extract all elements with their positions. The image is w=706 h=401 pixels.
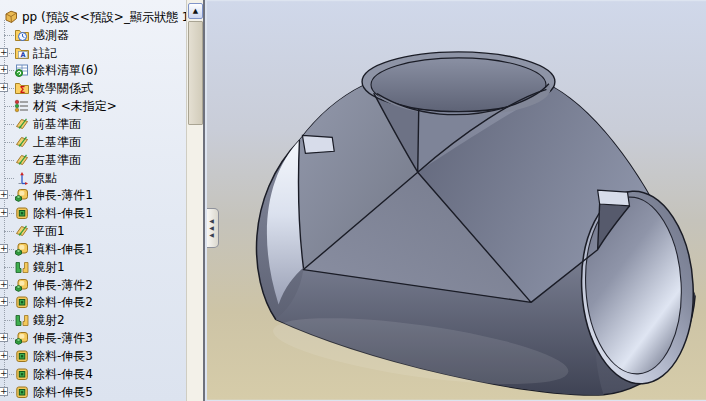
equations-icon: Σ — [14, 80, 30, 96]
tree-item-label: 除料-伸長5 — [30, 385, 93, 399]
tree-item-8[interactable]: 右基準面 — [2, 151, 183, 169]
expand-toggle[interactable]: + — [0, 65, 8, 74]
expand-toggle[interactable]: + — [0, 208, 8, 217]
tree-connector-stub — [4, 178, 14, 179]
expand-toggle[interactable]: + — [0, 48, 8, 57]
cut-extrude-icon — [14, 366, 30, 382]
expand-toggle[interactable]: + — [0, 280, 8, 289]
tree-item-label: 除料-伸長3 — [30, 349, 93, 363]
expand-toggle[interactable]: + — [0, 244, 8, 253]
scroll-thumb[interactable] — [188, 21, 203, 125]
extrude-thin-icon — [14, 187, 30, 203]
expand-toggle[interactable]: + — [0, 83, 8, 92]
cut-extrude-icon — [14, 205, 30, 221]
annotations-icon: A — [14, 45, 30, 61]
expand-toggle[interactable]: + — [0, 190, 8, 199]
tree-item-label: 除料-伸長4 — [30, 367, 93, 381]
tree-item-label: pp (預設<<預設>_顯示狀態 1>) — [19, 10, 204, 24]
material-icon — [14, 98, 30, 114]
tree-item-label: 註記 — [30, 46, 57, 60]
tree-item-13[interactable]: +填料-伸長1 — [2, 240, 183, 258]
tree-connector-stub — [4, 124, 14, 125]
tree-item-10[interactable]: +伸長-薄件1 — [2, 186, 183, 204]
mirror-icon — [14, 312, 30, 328]
plane-icon — [14, 134, 30, 150]
tree-item-9[interactable]: 原點 — [2, 169, 183, 187]
tree-item-3[interactable]: +除料清單(6) — [2, 62, 183, 80]
tree-item-7[interactable]: 上基準面 — [2, 133, 183, 151]
expand-toggle[interactable]: + — [0, 369, 8, 378]
panel-collapse-splitter[interactable]: ◀ ◀ ◀ — [207, 208, 219, 248]
tree-connector-stub — [4, 267, 14, 268]
tree-item-label: 材質 <未指定> — [30, 99, 117, 113]
plane-icon — [14, 116, 30, 132]
plane-icon — [14, 152, 30, 168]
tee-pipe-3d-model[interactable] — [207, 0, 706, 401]
tree-item-label: 伸長-薄件1 — [30, 188, 93, 202]
scroll-up-arrow-icon: ▲ — [193, 7, 198, 15]
tree-item-label: 填料-伸長1 — [30, 242, 93, 256]
tree-connector-stub — [4, 106, 14, 107]
tree-connector-stub — [4, 35, 14, 36]
tree-item-12[interactable]: 平面1 — [2, 222, 183, 240]
mirror-icon — [14, 259, 30, 275]
feature-manager-panel: pp (預設<<預設>_顯示狀態 1>)感測器+A註記+除料清單(6)+Σ數學關… — [0, 0, 205, 401]
tree-scrollbar[interactable]: ▲ — [186, 0, 203, 401]
tree-item-label: 感測器 — [30, 28, 69, 42]
tree-item-label: 鏡射2 — [30, 313, 65, 327]
tree-item-label: 鏡射1 — [30, 260, 65, 274]
sensors-icon — [14, 27, 30, 43]
tree-item-18[interactable]: +伸長-薄件3 — [2, 329, 183, 347]
extrude-thin-icon — [14, 277, 30, 293]
expand-toggle[interactable]: + — [0, 351, 8, 360]
tree-item-1[interactable]: 感測器 — [2, 26, 183, 44]
tree-item-4[interactable]: +Σ數學關係式 — [2, 79, 183, 97]
expand-toggle[interactable]: + — [0, 297, 8, 306]
tree-item-6[interactable]: 前基準面 — [2, 115, 183, 133]
tree-item-21[interactable]: +除料-伸長5 — [2, 383, 183, 401]
cut-extrude-icon — [14, 348, 30, 364]
tree-connector-stub — [4, 142, 14, 143]
part-icon — [3, 9, 19, 25]
tree-item-label: 右基準面 — [30, 153, 81, 167]
boss-extrude-icon — [14, 241, 30, 257]
tree-item-17[interactable]: 鏡射2 — [2, 311, 183, 329]
cut-extrude-icon — [14, 294, 30, 310]
tree-item-label: 伸長-薄件3 — [30, 331, 93, 345]
tree-item-label: 原點 — [30, 171, 57, 185]
tree-item-15[interactable]: +伸長-薄件2 — [2, 276, 183, 294]
tree-item-label: 上基準面 — [30, 135, 81, 149]
tree-item-16[interactable]: +除料-伸長2 — [2, 294, 183, 312]
tree-item-0[interactable]: pp (預設<<預設>_顯示狀態 1>) — [2, 8, 183, 26]
svg-text:Σ: Σ — [20, 86, 25, 95]
expand-toggle[interactable]: + — [0, 333, 8, 342]
tree-item-2[interactable]: +A註記 — [2, 44, 183, 62]
tree-item-label: 數學關係式 — [30, 81, 93, 95]
collapse-arrow-icon: ◀ — [209, 232, 214, 238]
tree-item-label: 前基準面 — [30, 117, 81, 131]
tree-item-19[interactable]: +除料-伸長3 — [2, 347, 183, 365]
feature-tree: pp (預設<<預設>_顯示狀態 1>)感測器+A註記+除料清單(6)+Σ數學關… — [2, 8, 183, 401]
svg-text:A: A — [20, 51, 25, 59]
tree-connector-stub — [4, 320, 14, 321]
plane-icon — [14, 223, 30, 239]
cut-list-icon — [14, 62, 30, 78]
tree-item-label: 除料清單(6) — [30, 63, 98, 77]
origin-icon — [14, 170, 30, 186]
expand-toggle[interactable]: + — [0, 387, 8, 396]
tree-item-20[interactable]: +除料-伸長4 — [2, 365, 183, 383]
tree-item-label: 除料-伸長2 — [30, 295, 93, 309]
tree-item-label: 除料-伸長1 — [30, 206, 93, 220]
solidworks-window: pp (預設<<預設>_顯示狀態 1>)感測器+A註記+除料清單(6)+Σ數學關… — [0, 0, 706, 401]
tree-item-11[interactable]: +除料-伸長1 — [2, 204, 183, 222]
tree-connector-stub — [4, 160, 14, 161]
tree-item-5[interactable]: 材質 <未指定> — [2, 97, 183, 115]
extrude-thin-icon — [14, 330, 30, 346]
tree-item-14[interactable]: 鏡射1 — [2, 258, 183, 276]
graphics-viewport[interactable]: ◀ ◀ ◀ — [207, 0, 706, 401]
cut-extrude-icon — [14, 384, 30, 400]
tree-item-label: 平面1 — [30, 224, 65, 238]
tree-item-label: 伸長-薄件2 — [30, 278, 93, 292]
scroll-up-button[interactable]: ▲ — [188, 3, 203, 19]
tree-connector-stub — [4, 231, 14, 232]
